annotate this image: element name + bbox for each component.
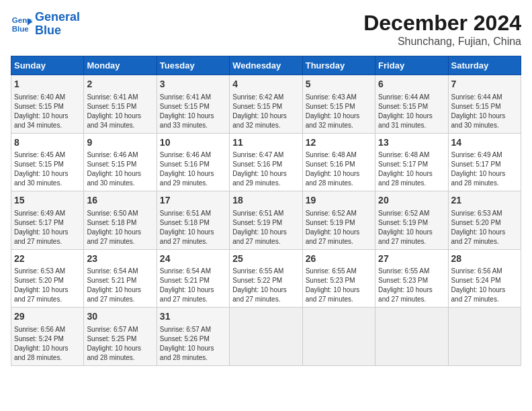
title-block: December 2024 Shunchang, Fujian, China	[363, 11, 521, 48]
day-cell: 26Sunrise: 6:55 AM Sunset: 5:23 PM Dayli…	[302, 249, 375, 308]
day-info: Sunrise: 6:55 AM Sunset: 5:22 PM Dayligh…	[232, 267, 299, 304]
day-info: Sunrise: 6:48 AM Sunset: 5:16 PM Dayligh…	[306, 150, 372, 188]
day-number: 6	[378, 78, 445, 91]
day-number: 5	[306, 78, 372, 91]
logo-line2: Blue	[35, 24, 80, 38]
day-number: 4	[232, 78, 299, 91]
day-info: Sunrise: 6:55 AM Sunset: 5:23 PM Dayligh…	[378, 267, 445, 304]
day-info: Sunrise: 6:52 AM Sunset: 5:19 PM Dayligh…	[306, 209, 372, 246]
day-cell: 30Sunrise: 6:57 AM Sunset: 5:25 PM Dayli…	[84, 308, 157, 366]
day-number: 10	[160, 136, 226, 150]
col-header-wednesday: Wednesday	[230, 56, 302, 75]
day-cell: 25Sunrise: 6:55 AM Sunset: 5:22 PM Dayli…	[230, 249, 302, 308]
location: Shunchang, Fujian, China	[363, 36, 521, 48]
day-info: Sunrise: 6:40 AM Sunset: 5:15 PM Dayligh…	[14, 93, 81, 130]
day-cell: 15Sunrise: 6:49 AM Sunset: 5:17 PM Dayli…	[11, 191, 84, 250]
day-number: 12	[306, 136, 372, 150]
day-number: 11	[232, 136, 299, 150]
day-info: Sunrise: 6:44 AM Sunset: 5:15 PM Dayligh…	[451, 93, 518, 130]
day-cell: 28Sunrise: 6:56 AM Sunset: 5:24 PM Dayli…	[448, 249, 521, 308]
day-info: Sunrise: 6:53 AM Sunset: 5:20 PM Dayligh…	[451, 209, 518, 246]
svg-text:Blue: Blue	[12, 24, 30, 32]
day-number: 28	[451, 253, 518, 266]
day-info: Sunrise: 6:47 AM Sunset: 5:16 PM Dayligh…	[232, 150, 299, 188]
day-number: 8	[14, 136, 81, 150]
day-info: Sunrise: 6:41 AM Sunset: 5:15 PM Dayligh…	[87, 93, 153, 130]
day-number: 18	[232, 194, 299, 208]
day-number: 27	[378, 253, 445, 266]
day-number: 14	[451, 136, 518, 150]
day-info: Sunrise: 6:56 AM Sunset: 5:24 PM Dayligh…	[14, 325, 81, 363]
day-cell: 9Sunrise: 6:46 AM Sunset: 5:15 PM Daylig…	[84, 133, 157, 191]
day-cell	[302, 308, 375, 366]
day-info: Sunrise: 6:53 AM Sunset: 5:20 PM Dayligh…	[14, 267, 81, 304]
day-info: Sunrise: 6:51 AM Sunset: 5:19 PM Dayligh…	[232, 209, 299, 246]
day-number: 1	[14, 78, 81, 91]
day-info: Sunrise: 6:48 AM Sunset: 5:17 PM Dayligh…	[378, 150, 445, 188]
day-number: 22	[14, 253, 81, 266]
day-cell: 23Sunrise: 6:54 AM Sunset: 5:21 PM Dayli…	[84, 249, 157, 308]
day-number: 20	[378, 194, 445, 208]
day-number: 9	[87, 136, 153, 150]
week-row-5: 29Sunrise: 6:56 AM Sunset: 5:24 PM Dayli…	[11, 308, 521, 366]
day-info: Sunrise: 6:46 AM Sunset: 5:16 PM Dayligh…	[160, 150, 226, 188]
day-info: Sunrise: 6:52 AM Sunset: 5:19 PM Dayligh…	[378, 209, 445, 246]
day-info: Sunrise: 6:42 AM Sunset: 5:15 PM Dayligh…	[232, 93, 299, 130]
day-cell: 12Sunrise: 6:48 AM Sunset: 5:16 PM Dayli…	[302, 133, 375, 191]
day-cell: 3Sunrise: 6:41 AM Sunset: 5:15 PM Daylig…	[157, 75, 229, 134]
logo-line1: General	[35, 10, 80, 24]
day-cell: 10Sunrise: 6:46 AM Sunset: 5:16 PM Dayli…	[157, 133, 229, 191]
day-info: Sunrise: 6:51 AM Sunset: 5:18 PM Dayligh…	[160, 209, 226, 246]
day-cell: 4Sunrise: 6:42 AM Sunset: 5:15 PM Daylig…	[230, 75, 302, 134]
week-row-4: 22Sunrise: 6:53 AM Sunset: 5:20 PM Dayli…	[11, 249, 521, 308]
day-number: 30	[87, 310, 153, 324]
day-number: 13	[378, 136, 445, 150]
day-number: 23	[87, 253, 153, 266]
day-info: Sunrise: 6:56 AM Sunset: 5:24 PM Dayligh…	[451, 267, 518, 304]
day-cell: 7Sunrise: 6:44 AM Sunset: 5:15 PM Daylig…	[448, 75, 521, 134]
col-header-saturday: Saturday	[448, 56, 521, 75]
week-row-1: 1Sunrise: 6:40 AM Sunset: 5:15 PM Daylig…	[11, 75, 521, 134]
day-cell	[230, 308, 302, 366]
day-info: Sunrise: 6:44 AM Sunset: 5:15 PM Dayligh…	[378, 93, 445, 130]
day-number: 3	[160, 78, 226, 91]
day-info: Sunrise: 6:43 AM Sunset: 5:15 PM Dayligh…	[306, 93, 372, 130]
day-info: Sunrise: 6:50 AM Sunset: 5:18 PM Dayligh…	[87, 209, 153, 246]
day-cell: 1Sunrise: 6:40 AM Sunset: 5:15 PM Daylig…	[11, 75, 84, 134]
header-row: SundayMondayTuesdayWednesdayThursdayFrid…	[11, 56, 521, 75]
day-cell: 2Sunrise: 6:41 AM Sunset: 5:15 PM Daylig…	[84, 75, 157, 134]
logo: General Blue General Blue	[11, 11, 80, 38]
day-cell: 8Sunrise: 6:45 AM Sunset: 5:15 PM Daylig…	[11, 133, 84, 191]
day-cell: 17Sunrise: 6:51 AM Sunset: 5:18 PM Dayli…	[157, 191, 229, 250]
calendar-table: SundayMondayTuesdayWednesdayThursdayFrid…	[11, 56, 521, 366]
col-header-sunday: Sunday	[11, 56, 84, 75]
day-cell: 24Sunrise: 6:54 AM Sunset: 5:21 PM Dayli…	[157, 249, 229, 308]
day-cell: 5Sunrise: 6:43 AM Sunset: 5:15 PM Daylig…	[302, 75, 375, 134]
day-cell: 14Sunrise: 6:49 AM Sunset: 5:17 PM Dayli…	[448, 133, 521, 191]
day-cell: 27Sunrise: 6:55 AM Sunset: 5:23 PM Dayli…	[375, 249, 448, 308]
day-cell: 29Sunrise: 6:56 AM Sunset: 5:24 PM Dayli…	[11, 308, 84, 366]
day-info: Sunrise: 6:49 AM Sunset: 5:17 PM Dayligh…	[14, 209, 81, 246]
col-header-monday: Monday	[84, 56, 157, 75]
day-info: Sunrise: 6:54 AM Sunset: 5:21 PM Dayligh…	[87, 267, 153, 304]
day-info: Sunrise: 6:49 AM Sunset: 5:17 PM Dayligh…	[451, 150, 518, 188]
day-info: Sunrise: 6:54 AM Sunset: 5:21 PM Dayligh…	[160, 267, 226, 304]
day-info: Sunrise: 6:57 AM Sunset: 5:26 PM Dayligh…	[160, 325, 226, 363]
day-cell: 13Sunrise: 6:48 AM Sunset: 5:17 PM Dayli…	[375, 133, 448, 191]
day-cell: 18Sunrise: 6:51 AM Sunset: 5:19 PM Dayli…	[230, 191, 302, 250]
day-cell: 19Sunrise: 6:52 AM Sunset: 5:19 PM Dayli…	[302, 191, 375, 250]
logo-icon: General Blue	[11, 13, 32, 35]
day-number: 25	[232, 253, 299, 266]
col-header-tuesday: Tuesday	[157, 56, 229, 75]
day-cell: 11Sunrise: 6:47 AM Sunset: 5:16 PM Dayli…	[230, 133, 302, 191]
week-row-2: 8Sunrise: 6:45 AM Sunset: 5:15 PM Daylig…	[11, 133, 521, 191]
col-header-friday: Friday	[375, 56, 448, 75]
day-cell: 6Sunrise: 6:44 AM Sunset: 5:15 PM Daylig…	[375, 75, 448, 134]
day-number: 17	[160, 194, 226, 208]
day-cell: 21Sunrise: 6:53 AM Sunset: 5:20 PM Dayli…	[448, 191, 521, 250]
day-cell: 20Sunrise: 6:52 AM Sunset: 5:19 PM Dayli…	[375, 191, 448, 250]
week-row-3: 15Sunrise: 6:49 AM Sunset: 5:17 PM Dayli…	[11, 191, 521, 250]
day-cell: 16Sunrise: 6:50 AM Sunset: 5:18 PM Dayli…	[84, 191, 157, 250]
day-cell: 31Sunrise: 6:57 AM Sunset: 5:26 PM Dayli…	[157, 308, 229, 366]
day-info: Sunrise: 6:41 AM Sunset: 5:15 PM Dayligh…	[160, 93, 226, 130]
